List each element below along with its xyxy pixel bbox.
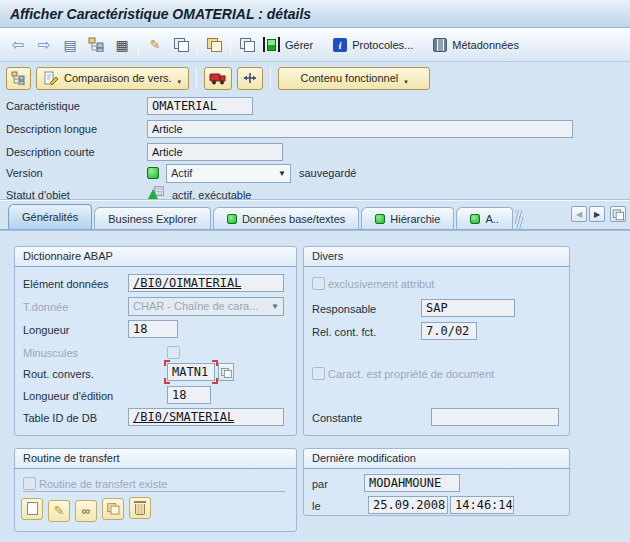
toolbar-separator: [230, 35, 231, 55]
caracteristique-label: Caractéristique: [6, 97, 80, 115]
copy-routine-button[interactable]: [102, 498, 124, 520]
group-title: Dictionnaire ABAP: [15, 247, 296, 267]
modification-time-field[interactable]: 14:46:14: [450, 496, 514, 514]
display-change-icon[interactable]: ✎: [145, 35, 165, 55]
version-value: Actif: [171, 165, 274, 182]
pencil-icon: ✎: [54, 503, 65, 518]
metadonnees-button[interactable]: Métadonnées: [433, 38, 519, 52]
overview-icon[interactable]: ▤: [60, 35, 80, 55]
propriete-document-checkbox: [312, 367, 325, 380]
truck-icon: [209, 72, 227, 85]
element-donnees-field[interactable]: /BI0/OIMATERIAL: [128, 274, 284, 292]
forward-icon[interactable]: ⇨: [34, 35, 54, 55]
version-dropdown[interactable]: Actif ▼: [166, 164, 291, 183]
menu-caret-icon: ▾: [178, 78, 182, 86]
back-icon[interactable]: ⇦: [8, 35, 28, 55]
info-icon: i: [333, 38, 347, 52]
copy-pages-icon[interactable]: [237, 35, 257, 55]
hidden-tabs-edge: [515, 210, 523, 229]
dropdown-arrow-icon: ▼: [271, 298, 279, 315]
delete-routine-button[interactable]: [129, 497, 151, 519]
gerer-label: Gérer: [285, 39, 313, 51]
distribute-button[interactable]: [237, 67, 263, 90]
version-comparison-button[interactable]: Comparaison de vers. ▾: [36, 67, 189, 90]
transport-button[interactable]: [204, 67, 232, 90]
tdonnee-value: CHAR - Chaîne de cara...: [133, 298, 267, 315]
copy-object-icon[interactable]: [171, 35, 191, 55]
tab-status-led-icon: [375, 214, 385, 224]
longueur-label: Longueur: [23, 321, 70, 339]
toolbar-separator: [196, 68, 197, 88]
application-toolbar: Comparaison de vers. ▾ Contenu fonctionn…: [0, 62, 630, 94]
responsable-label: Responsable: [312, 300, 376, 318]
tab-scroll-controls: ◀ ▶: [571, 206, 626, 222]
exclusivement-attribut-label: exclusivement attribut: [328, 275, 434, 293]
tab-overview-button[interactable]: [610, 206, 626, 222]
longueur-field[interactable]: 18: [128, 320, 178, 338]
tab-scroll-right-button[interactable]: ▶: [589, 206, 605, 222]
modification-par-field[interactable]: MODAHMOUNE: [364, 474, 460, 492]
toolbar-separator: [197, 35, 198, 55]
modification-date-field[interactable]: 25.09.2008: [368, 496, 448, 514]
tab-strip: Généralités Business Explorer Données ba…: [0, 204, 630, 229]
caracteristique-field[interactable]: OMATERIAL: [147, 97, 253, 115]
tab-label: Données base/textes: [242, 213, 345, 225]
statut-objet-label: Statut d'objet: [6, 186, 70, 204]
table-id-db-field[interactable]: /BI0/SMATERIAL: [128, 408, 284, 426]
tab-business-explorer[interactable]: Business Explorer: [94, 207, 211, 229]
gerer-button[interactable]: Gérer: [263, 37, 313, 52]
toolbar-separator: [138, 35, 139, 55]
hierarchy-view-button[interactable]: [6, 67, 31, 90]
tab-scroll-left-button[interactable]: ◀: [571, 206, 587, 222]
hierarchy-icon[interactable]: [86, 35, 106, 55]
tab-label: A..: [485, 213, 498, 225]
constante-field[interactable]: [431, 408, 559, 426]
dropdown-arrow-icon: ▼: [278, 165, 286, 182]
group-routine-transfert: Routine de transfert Routine de transfer…: [14, 448, 297, 532]
minuscules-checkbox: [167, 346, 180, 359]
description-longue-label: Description longue: [6, 120, 97, 138]
glasses-icon: ∞: [82, 504, 91, 518]
protocoles-button[interactable]: i Protocoles...: [333, 38, 413, 52]
hierarchy-icon-svg: [88, 37, 104, 52]
underline: [23, 491, 285, 492]
tab-attributs[interactable]: A..: [456, 207, 512, 229]
table-settings-icon[interactable]: ▦: [112, 35, 132, 55]
hierarchy-view-icon: [11, 71, 26, 85]
functional-content-label: Contenu fonctionnel: [300, 72, 398, 84]
tab-label: Business Explorer: [108, 213, 197, 225]
menu-caret-icon: ▾: [404, 78, 408, 86]
tab-label: Hiérarchie: [390, 213, 440, 225]
responsable-field[interactable]: SAP: [421, 299, 515, 317]
routine-existe-checkbox: [23, 477, 36, 490]
tab-generalites[interactable]: Généralités: [8, 204, 92, 229]
version-comparison-label: Comparaison de vers.: [64, 72, 172, 84]
rout-convers-field[interactable]: MATN1: [167, 363, 215, 381]
group-divers: Divers exclusivement attribut Responsabl…: [303, 246, 570, 436]
tdonnee-label: T.donnée: [23, 298, 68, 316]
group-dictionnaire-abap: Dictionnaire ABAP Elément données /BI0/O…: [14, 246, 297, 436]
display-routine-button[interactable]: ∞: [75, 500, 97, 522]
tab-status-led-icon: [470, 214, 480, 224]
toolbar-separator: [270, 68, 271, 88]
create-routine-button[interactable]: [21, 498, 43, 520]
copy-icon: [108, 503, 119, 513]
description-longue-field[interactable]: Article: [147, 120, 573, 138]
version-label: Version: [6, 164, 43, 182]
object-list-icon[interactable]: [204, 35, 224, 55]
version-comparison-icon: [44, 71, 59, 85]
protocoles-label: Protocoles...: [352, 39, 413, 51]
tab-hierarchie[interactable]: Hiérarchie: [361, 207, 454, 229]
window-titlebar: Afficher Caractéristique OMATERIAL : dét…: [0, 0, 630, 28]
rel-cont-fct-field[interactable]: 7.0/02: [421, 322, 477, 340]
rel-cont-fct-label: Rel. cont. fct.: [312, 323, 376, 341]
multiple-values-icon[interactable]: [218, 363, 234, 381]
longueur-edition-field[interactable]: 18: [167, 386, 211, 404]
description-courte-field[interactable]: Article: [147, 143, 283, 161]
tab-overview-icon: [613, 209, 624, 219]
edit-routine-button[interactable]: ✎: [48, 500, 70, 522]
trash-icon: [135, 504, 145, 515]
functional-content-button[interactable]: Contenu fonctionnel ▾: [278, 67, 430, 90]
tab-donnees-base-textes[interactable]: Données base/textes: [213, 207, 359, 229]
create-icon: [27, 502, 38, 515]
